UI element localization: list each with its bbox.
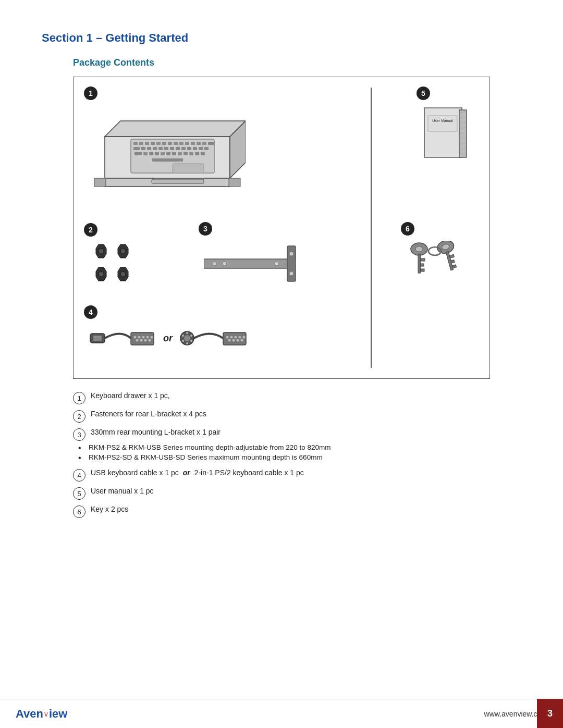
svg-rect-40: [183, 152, 188, 155]
svg-rect-20: [141, 147, 145, 150]
svg-rect-21: [147, 147, 151, 150]
svg-point-75: [149, 339, 151, 342]
content-item-3: 3 330mm rear mounting L-bracket x 1 pair…: [73, 428, 490, 463]
diagram-item-6: 6: [401, 222, 474, 289]
fasteners-svg: [89, 242, 146, 294]
svg-rect-112: [421, 269, 424, 272]
svg-rect-94: [424, 108, 462, 157]
content-text-2: Fasteners for rear L-bracket x 4 pcs: [91, 410, 490, 418]
svg-point-92: [237, 339, 239, 342]
footer-page-number: 3: [537, 699, 563, 728]
svg-rect-43: [201, 152, 205, 155]
svg-rect-111: [421, 264, 424, 266]
svg-point-62: [289, 252, 293, 256]
svg-point-52: [120, 249, 126, 254]
content-or-label: or: [183, 468, 190, 477]
svg-point-72: [136, 339, 139, 342]
svg-point-85: [226, 336, 229, 339]
svg-rect-48: [229, 178, 240, 187]
svg-point-61: [275, 262, 279, 266]
svg-rect-42: [195, 152, 199, 155]
svg-rect-28: [187, 147, 191, 150]
ps2-cable-svg: [179, 324, 252, 353]
svg-rect-110: [421, 258, 425, 261]
keys-svg: [406, 241, 474, 288]
svg-rect-10: [162, 142, 166, 145]
svg-rect-47: [94, 178, 106, 187]
svg-rect-11: [168, 142, 172, 145]
badge-5: 5: [417, 87, 430, 100]
manual-svg: User Manual: [422, 105, 474, 168]
svg-rect-15: [191, 142, 195, 145]
content-item-6: 6 Key x 2 pcs: [73, 505, 490, 518]
svg-point-70: [146, 336, 149, 339]
footer-logo: Avenview: [16, 707, 67, 721]
page-footer: Avenview www.avenview.com 3: [0, 699, 563, 728]
num-circle-5: 5: [73, 487, 85, 500]
svg-rect-14: [185, 142, 189, 145]
svg-rect-16: [197, 142, 201, 145]
svg-point-56: [120, 272, 126, 277]
svg-rect-117: [451, 260, 455, 263]
content-text-6: Key x 2 pcs: [91, 505, 490, 513]
svg-point-71: [151, 336, 153, 339]
svg-rect-18: [208, 142, 214, 145]
svg-point-93: [241, 339, 243, 342]
svg-point-82: [182, 340, 184, 342]
svg-rect-66: [131, 332, 154, 345]
svg-point-50: [99, 249, 104, 254]
svg-rect-118: [452, 265, 457, 268]
svg-rect-31: [204, 147, 209, 150]
content-text-4-before: USB keyboard cable x 1 pc: [91, 468, 179, 477]
svg-point-67: [134, 336, 137, 339]
svg-point-69: [142, 336, 145, 339]
svg-point-63: [289, 272, 293, 276]
diagram-item-5: 5 User Manual: [417, 87, 474, 169]
svg-rect-9: [156, 142, 161, 145]
svg-point-77: [184, 335, 190, 341]
svg-point-54: [99, 272, 104, 277]
badge-1: 1: [84, 87, 97, 100]
num-circle-1: 1: [73, 392, 85, 404]
badge-3: 3: [199, 222, 212, 236]
page: Section 1 – Getting Started Package Cont…: [0, 0, 563, 728]
bullet-3-2: RKM-PS2-SD & RKM-USB-SD Series maximum m…: [78, 453, 331, 461]
svg-point-73: [140, 339, 143, 342]
diagram-item-1: 1: [84, 87, 246, 190]
svg-rect-12: [174, 142, 178, 145]
svg-point-88: [239, 336, 241, 339]
item-3-bullets: RKM-PS2 & RKM-USB Series mounting depth-…: [78, 443, 331, 463]
svg-rect-37: [166, 152, 170, 155]
svg-rect-27: [181, 147, 186, 150]
logo-text-aven: Aven: [16, 707, 43, 721]
diagram-item-3: 3: [199, 222, 308, 289]
logo-text-view: iew: [49, 707, 67, 721]
badge-2: 2: [84, 223, 97, 237]
svg-rect-23: [158, 147, 163, 150]
svg-rect-41: [189, 152, 193, 155]
svg-rect-17: [202, 142, 206, 145]
usb-cable-svg: [89, 324, 157, 353]
svg-rect-35: [155, 152, 159, 155]
num-circle-3: 3: [73, 428, 85, 441]
svg-point-86: [230, 336, 233, 339]
num-circle-4: 4: [73, 469, 85, 482]
svg-rect-19: [133, 147, 140, 150]
content-item-4: 4 USB keyboard cable x 1 pc or 2-in-1 PS…: [73, 468, 490, 482]
svg-rect-44: [152, 158, 183, 162]
svg-point-68: [138, 336, 141, 339]
diagram-item-4: 4: [84, 305, 252, 353]
svg-point-91: [232, 339, 235, 342]
svg-rect-38: [172, 152, 176, 155]
svg-rect-25: [170, 147, 174, 150]
svg-point-90: [228, 339, 231, 342]
badge-4: 4: [84, 305, 97, 319]
svg-rect-96: [428, 116, 457, 131]
logo-v: v: [44, 710, 48, 718]
svg-point-74: [144, 339, 147, 342]
diagram-divider: [371, 88, 372, 368]
content-text-3: 330mm rear mounting L-bracket x 1 pair: [91, 428, 221, 436]
content-text-4-after: 2-in-1 PS/2 keyboard cable x 1 pc: [194, 468, 304, 477]
svg-point-81: [186, 342, 188, 344]
lbracket-svg: [204, 241, 308, 288]
